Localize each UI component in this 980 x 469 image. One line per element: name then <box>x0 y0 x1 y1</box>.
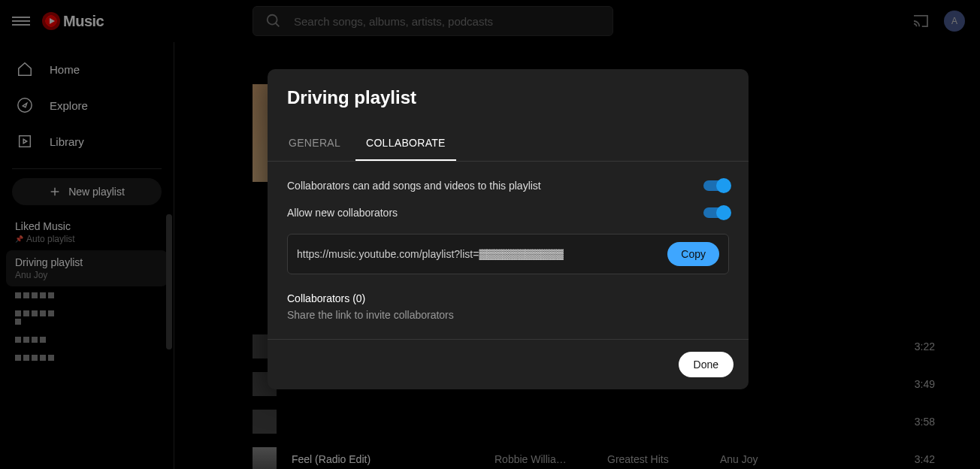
setting-label: Allow new collaborators <box>287 207 398 219</box>
toggle-allow-new[interactable] <box>703 207 729 218</box>
share-link-box: https://music.youtube.com/playlist?list=… <box>287 234 729 274</box>
copy-button[interactable]: Copy <box>667 242 719 266</box>
toggle-collab-add[interactable] <box>703 180 729 191</box>
collaborators-heading: Collaborators (0) <box>287 292 729 304</box>
setting-allow-new: Allow new collaborators <box>287 207 729 219</box>
collaborators-subtext: Share the link to invite collaborators <box>287 309 729 321</box>
setting-label: Collaborators can add songs and videos t… <box>287 180 541 192</box>
share-link-text[interactable]: https://music.youtube.com/playlist?list=… <box>297 248 564 260</box>
setting-collab-add: Collaborators can add songs and videos t… <box>287 180 729 192</box>
tab-collaborate[interactable]: COLLABORATE <box>355 129 456 161</box>
modal-title: Driving playlist <box>287 87 729 108</box>
done-button[interactable]: Done <box>679 352 733 377</box>
playlist-settings-modal: Driving playlist GENERAL COLLABORATE Col… <box>268 69 749 389</box>
tab-general[interactable]: GENERAL <box>278 129 351 161</box>
modal-tabs: GENERAL COLLABORATE <box>268 116 749 162</box>
